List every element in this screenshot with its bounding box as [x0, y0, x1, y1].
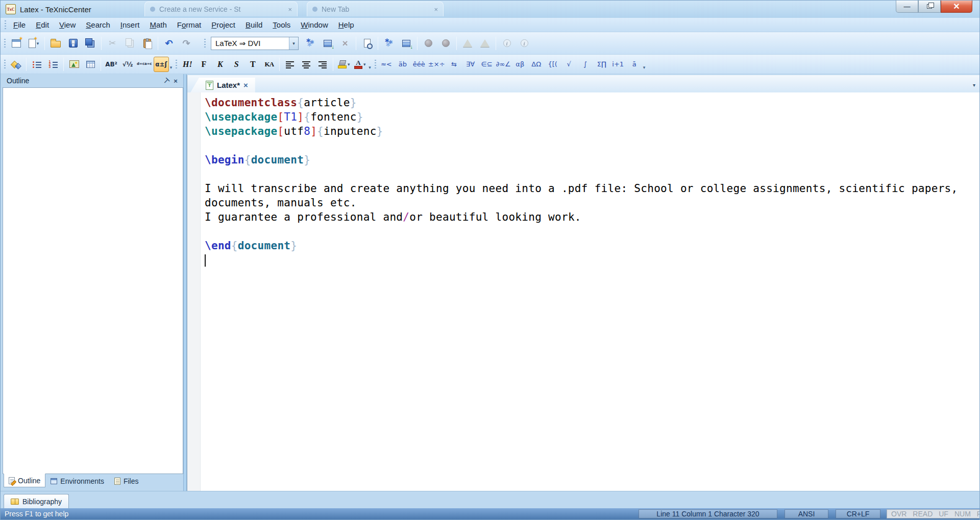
- smallcaps-button[interactable]: KA: [261, 57, 277, 72]
- math-arrows-button[interactable]: ⇆: [447, 57, 462, 72]
- math-misc-button[interactable]: ∂∞∠: [496, 57, 511, 72]
- build-output-button[interactable]: ∗: [302, 35, 318, 52]
- enumerate-button[interactable]: [45, 57, 61, 72]
- table-icon: [86, 61, 95, 68]
- math-integrals-button[interactable]: ∫: [578, 57, 593, 72]
- menu-window[interactable]: Window: [296, 18, 333, 31]
- output-profile-combo[interactable]: LaTeX ⇒ DVI ▾: [211, 37, 299, 50]
- bibliography-tab[interactable]: Bibliography: [4, 494, 69, 508]
- toolbar-overflow-icon[interactable]: ▾: [369, 65, 371, 70]
- math-accents-button[interactable]: äb: [395, 57, 410, 72]
- previous-error-button[interactable]: [420, 35, 436, 52]
- next-error-button[interactable]: [437, 35, 454, 52]
- panel-splitter[interactable]: [183, 74, 187, 491]
- math-roots-button[interactable]: √: [561, 57, 577, 72]
- undo-button[interactable]: ↶: [161, 35, 177, 52]
- toolbar-overflow-icon[interactable]: ▾: [170, 65, 173, 70]
- build-current-file-button[interactable]: [320, 35, 336, 52]
- restore-button[interactable]: [918, 1, 941, 13]
- text-superscript-button[interactable]: AB²: [104, 57, 119, 72]
- insert-figure-button[interactable]: [66, 57, 82, 72]
- menu-project[interactable]: Project: [206, 18, 240, 31]
- dropdown-icon[interactable]: ▾: [363, 62, 366, 67]
- build-and-view-button[interactable]: ∗: [381, 35, 397, 52]
- menu-search[interactable]: Search: [81, 18, 115, 31]
- standard-toolbar: ▾✂↶↷ LaTeX ⇒ DVI ▾ ∗×∗ii: [1, 32, 979, 55]
- indicator-re: RE: [977, 510, 979, 518]
- math-scripts-button[interactable]: i+1: [610, 57, 626, 72]
- math-greek-upper-button[interactable]: ΔΩ: [529, 57, 544, 72]
- menu-edit[interactable]: Edit: [31, 18, 54, 31]
- insert-table-button[interactable]: [83, 57, 98, 72]
- previous-warning-button[interactable]: [459, 35, 476, 52]
- cut-button[interactable]: ✂: [104, 35, 120, 52]
- selection-margin[interactable]: [187, 92, 201, 491]
- math-intl-chars-button[interactable]: êéè: [411, 57, 427, 72]
- menu-insert[interactable]: Insert: [115, 18, 145, 31]
- italic-button[interactable]: K: [212, 57, 228, 72]
- document-tab-latex[interactable]: T Latex* ×: [190, 78, 255, 92]
- menu-build[interactable]: Build: [240, 18, 267, 31]
- view-output-button[interactable]: [359, 35, 375, 52]
- copy-button[interactable]: [121, 35, 138, 52]
- highlight-color-button[interactable]: ▾: [336, 57, 351, 72]
- document-list-dropdown-icon[interactable]: ▾: [973, 82, 975, 88]
- new-project-button[interactable]: [8, 35, 24, 52]
- inline-math-button[interactable]: α±ʃ: [154, 57, 169, 72]
- combo-dropdown-icon[interactable]: ▾: [289, 37, 298, 50]
- math-logic-button[interactable]: ∃∀: [463, 57, 478, 72]
- typewriter-button[interactable]: T: [245, 57, 260, 72]
- toolbar-overflow-icon[interactable]: ▾: [643, 65, 646, 70]
- save-all-button[interactable]: [82, 35, 99, 52]
- next-warning-button[interactable]: [477, 35, 493, 52]
- menu-math[interactable]: Math: [144, 18, 172, 31]
- dropdown-icon[interactable]: ▾: [348, 62, 350, 67]
- math-relations-button[interactable]: ≈<: [379, 57, 394, 72]
- save-button[interactable]: [65, 35, 81, 52]
- auto-hide-pin-button[interactable]: ⊤: [162, 77, 171, 85]
- bold-button[interactable]: F: [196, 57, 211, 72]
- itemize-button[interactable]: [29, 57, 44, 72]
- code-area[interactable]: \documentclass{article}\usepackage[T1]{f…: [201, 96, 979, 491]
- align-center-button[interactable]: [299, 57, 314, 72]
- math-vectors-button[interactable]: ā: [627, 57, 642, 72]
- next-info-button[interactable]: i: [516, 35, 532, 52]
- open-button[interactable]: [47, 35, 64, 52]
- equation-array-button[interactable]: d=ca=c: [136, 57, 153, 72]
- math-vectors-icon: ā: [632, 61, 636, 67]
- heading-button[interactable]: H!: [180, 57, 195, 72]
- menu-file[interactable]: File: [8, 18, 31, 31]
- menu-view[interactable]: View: [54, 18, 81, 31]
- stop-build-button[interactable]: ×: [337, 35, 353, 52]
- math-operators-button[interactable]: ±×÷: [428, 57, 446, 72]
- sidebar-tab-environments[interactable]: Environments: [45, 474, 109, 488]
- math-sets-button[interactable]: ∈⊆: [479, 57, 495, 72]
- sidebar-tab-outline[interactable]: Outline: [4, 474, 45, 487]
- menu-tools[interactable]: Tools: [267, 18, 296, 31]
- build-icon: ∗: [384, 37, 389, 44]
- panel-close-button[interactable]: ×: [171, 77, 180, 85]
- font-color-button[interactable]: A▾: [352, 57, 368, 72]
- previous-info-button[interactable]: i: [499, 35, 515, 52]
- menu-format[interactable]: Format: [172, 18, 207, 31]
- tab-close-icon[interactable]: ×: [243, 81, 248, 89]
- paste-button[interactable]: [139, 35, 155, 52]
- outline-tree[interactable]: [3, 87, 183, 474]
- math-sums-button[interactable]: Σ∏: [594, 57, 609, 72]
- bottom-dock-strip: Bibliography: [1, 491, 979, 508]
- redo-button[interactable]: ↷: [178, 35, 194, 52]
- slanted-button[interactable]: S: [229, 57, 244, 72]
- insert-root-button[interactable]: √½: [120, 57, 135, 72]
- new-document-button[interactable]: ▾: [26, 35, 42, 52]
- close-button[interactable]: ✕: [941, 1, 972, 13]
- align-left-button[interactable]: [282, 57, 298, 72]
- menu-help[interactable]: Help: [333, 18, 359, 31]
- dropdown-icon[interactable]: ▾: [37, 41, 39, 46]
- minimize-button[interactable]: —: [896, 1, 918, 13]
- math-brackets-button[interactable]: {[(: [545, 57, 560, 72]
- align-right-button[interactable]: [315, 57, 330, 72]
- build-and-view-current-button[interactable]: [398, 35, 414, 52]
- insert-label-button[interactable]: [8, 57, 23, 72]
- sidebar-tab-files[interactable]: Files: [109, 474, 144, 488]
- math-greek-lower-button[interactable]: αβ: [512, 57, 528, 72]
